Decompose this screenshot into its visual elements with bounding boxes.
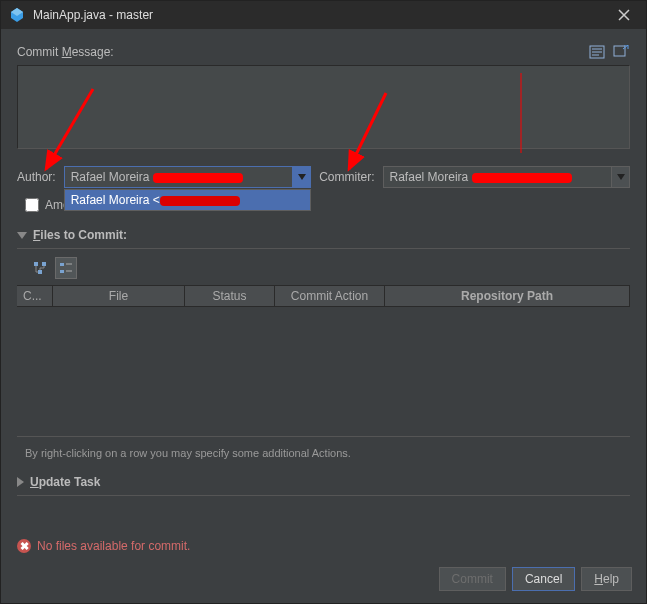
- svg-rect-10: [42, 262, 46, 266]
- flat-view-button[interactable]: [55, 257, 77, 279]
- commit-dialog: MainApp.java - master Commit Message: Au…: [0, 0, 647, 604]
- redacted-text: [472, 173, 572, 183]
- svg-rect-6: [614, 46, 625, 56]
- error-message: ✖ No files available for commit.: [17, 539, 190, 553]
- svg-rect-12: [60, 263, 64, 266]
- commit-message-textarea[interactable]: [17, 65, 630, 149]
- expand-triangle-icon: [17, 477, 24, 487]
- committer-label: Commiter:: [319, 170, 374, 184]
- commit-message-label: Commit Message:: [17, 45, 114, 59]
- update-task-section-header[interactable]: Update Task: [17, 471, 630, 493]
- committer-combobox[interactable]: Rafael Moreira: [383, 166, 630, 188]
- svg-rect-9: [34, 262, 38, 266]
- expand-icon[interactable]: [612, 43, 630, 61]
- col-commit-action[interactable]: Commit Action: [275, 286, 385, 306]
- col-status[interactable]: Status: [185, 286, 275, 306]
- error-icon: ✖: [17, 539, 31, 553]
- col-checkbox[interactable]: C...: [17, 286, 53, 306]
- chevron-down-icon[interactable]: [292, 167, 310, 187]
- cancel-button[interactable]: Cancel: [512, 567, 575, 591]
- commit-button: Commit: [439, 567, 506, 591]
- author-dropdown-option[interactable]: Rafael Moreira <: [65, 190, 310, 210]
- col-repository-path[interactable]: Repository Path: [385, 286, 630, 306]
- author-value: Rafael Moreira: [71, 170, 153, 184]
- close-button[interactable]: [610, 1, 638, 29]
- author-combobox[interactable]: Rafael Moreira Rafael Moreira <: [64, 166, 311, 188]
- titlebar: MainApp.java - master: [1, 1, 646, 29]
- chevron-down-icon[interactable]: [611, 167, 629, 187]
- svg-rect-11: [38, 270, 42, 274]
- amend-checkbox[interactable]: [25, 198, 39, 212]
- window-title: MainApp.java - master: [33, 8, 610, 22]
- tree-view-button[interactable]: [29, 257, 51, 279]
- files-hint: By right-clicking on a row you may speci…: [25, 447, 622, 459]
- svg-marker-8: [617, 174, 625, 180]
- files-section-header[interactable]: Files to Commit:: [17, 224, 630, 246]
- committer-value: Rafael Moreira: [390, 170, 472, 184]
- collapse-triangle-icon: [17, 232, 27, 239]
- history-icon[interactable]: [588, 43, 606, 61]
- files-table-header: C... File Status Commit Action Repositor…: [17, 285, 630, 307]
- author-dropdown-list: Rafael Moreira <: [64, 189, 311, 211]
- author-label: Author:: [17, 170, 56, 184]
- svg-rect-13: [60, 270, 64, 273]
- help-button[interactable]: Help: [581, 567, 632, 591]
- files-table-body: [17, 307, 630, 437]
- app-logo-icon: [9, 7, 25, 23]
- redacted-text: [153, 173, 243, 183]
- col-file[interactable]: File: [53, 286, 185, 306]
- svg-marker-7: [298, 174, 306, 180]
